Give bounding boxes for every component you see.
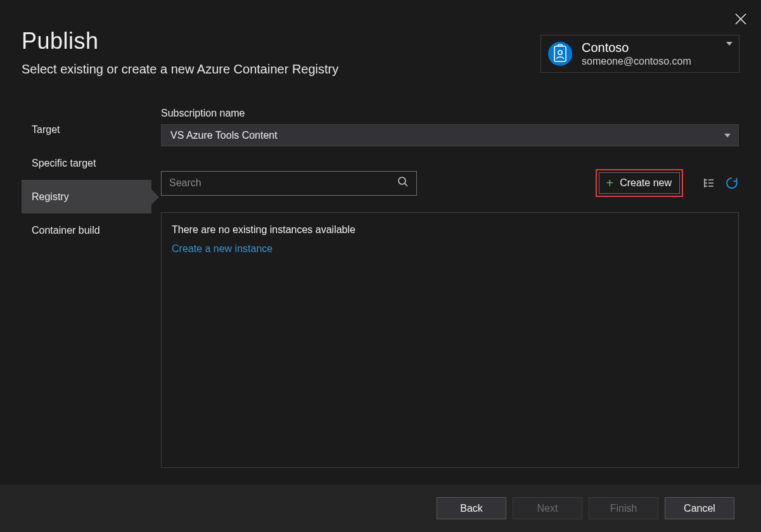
finish-button: Finish xyxy=(589,497,658,519)
sidebar-item-label: Target xyxy=(32,124,60,136)
dialog-footer: Back Next Finish Cancel xyxy=(0,484,761,532)
account-selector[interactable]: Contoso someone@contoso.com xyxy=(540,35,739,73)
close-icon[interactable] xyxy=(733,11,748,27)
back-button[interactable]: Back xyxy=(437,497,506,519)
account-info: Contoso someone@contoso.com xyxy=(582,40,691,67)
cancel-button[interactable]: Cancel xyxy=(665,497,734,519)
account-name: Contoso xyxy=(582,40,691,55)
svg-point-0 xyxy=(548,42,572,66)
svg-line-4 xyxy=(405,184,407,186)
search-input[interactable] xyxy=(169,177,409,189)
sidebar-item-registry[interactable]: Registry xyxy=(22,180,151,213)
search-icon xyxy=(397,176,409,190)
chevron-down-icon xyxy=(726,42,732,46)
dialog-header: Publish Select existing or create a new … xyxy=(22,28,338,77)
next-label: Next xyxy=(537,503,558,514)
back-label: Back xyxy=(460,503,483,514)
create-new-button[interactable]: + Create new xyxy=(599,172,680,194)
plus-icon: + xyxy=(606,177,613,189)
create-new-highlight: + Create new xyxy=(596,169,683,197)
refresh-icon[interactable] xyxy=(725,176,739,190)
next-button: Next xyxy=(513,497,582,519)
instances-list: There are no existing instances availabl… xyxy=(161,212,739,468)
sidebar-item-target[interactable]: Target xyxy=(22,113,151,146)
chevron-down-icon xyxy=(724,134,731,137)
empty-list-message: There are no existing instances availabl… xyxy=(172,224,728,236)
tree-view-icon[interactable] xyxy=(702,176,716,190)
svg-point-3 xyxy=(399,177,406,184)
content-panel: Subscription name VS Azure Tools Content… xyxy=(161,108,739,468)
account-badge-icon xyxy=(547,41,573,66)
list-toolbar: + Create new xyxy=(161,169,739,197)
search-input-container xyxy=(161,171,417,196)
wizard-sidebar: Target Specific target Registry Containe… xyxy=(22,113,151,247)
sidebar-item-label: Registry xyxy=(32,191,69,203)
page-subtitle: Select existing or create a new Azure Co… xyxy=(22,62,338,77)
finish-label: Finish xyxy=(610,503,637,514)
page-title: Publish xyxy=(22,28,338,54)
create-instance-link[interactable]: Create a new instance xyxy=(172,243,272,255)
cancel-label: Cancel xyxy=(684,503,715,514)
sidebar-item-container-build[interactable]: Container build xyxy=(22,213,151,247)
sidebar-item-specific-target[interactable]: Specific target xyxy=(22,146,151,180)
sidebar-item-label: Specific target xyxy=(32,158,96,169)
sidebar-item-label: Container build xyxy=(32,225,100,236)
account-email: someone@contoso.com xyxy=(582,55,691,67)
create-new-label: Create new xyxy=(620,177,672,189)
subscription-value: VS Azure Tools Content xyxy=(170,130,278,141)
subscription-dropdown[interactable]: VS Azure Tools Content xyxy=(161,124,739,146)
subscription-label: Subscription name xyxy=(161,108,739,119)
